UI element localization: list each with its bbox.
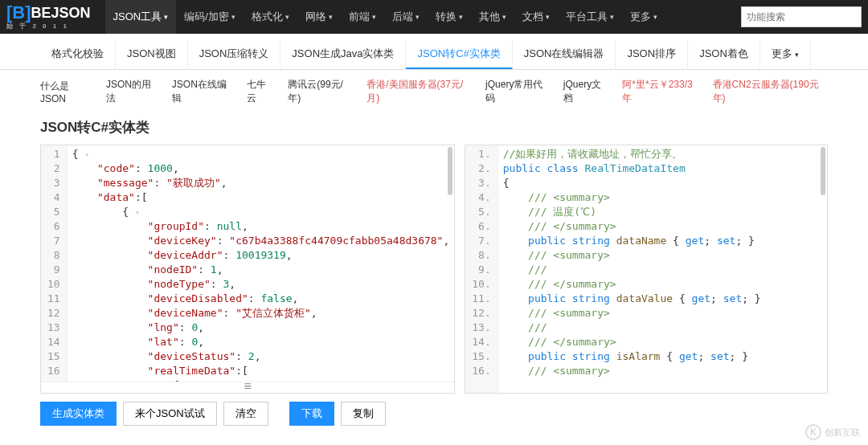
code-line: "deviceAddr": 10019319, xyxy=(72,248,450,263)
nav-item-10[interactable]: 更多▾ xyxy=(622,0,665,34)
caret-down-icon: ▾ xyxy=(610,13,614,21)
code-line: "realTimeData":[ xyxy=(72,364,450,378)
watermark-icon: K xyxy=(805,424,821,434)
line-number: 16. xyxy=(472,364,490,378)
link-2[interactable]: JSON在线编辑 xyxy=(172,78,235,105)
nav-item-7[interactable]: 其他▾ xyxy=(471,0,514,34)
nav-item-2[interactable]: 格式化▾ xyxy=(244,0,297,34)
nav-item-4[interactable]: 前端▾ xyxy=(341,0,384,34)
caret-down-icon: ▾ xyxy=(372,13,376,21)
link-7[interactable]: jQuery文档 xyxy=(563,78,610,105)
line-number: 15. xyxy=(472,349,490,364)
nav-item-6[interactable]: 转换▾ xyxy=(428,0,471,34)
nav-item-5[interactable]: 后端▾ xyxy=(384,0,428,34)
code-line: "deviceStatus": 2, xyxy=(72,349,450,364)
sub-tab-3[interactable]: JSON生成Java实体类 xyxy=(280,40,406,69)
line-number: 6 xyxy=(47,219,60,234)
logo-text: BEJSON xyxy=(31,6,91,20)
code-line: /// 温度(℃) xyxy=(503,205,761,219)
link-row: 什么是JSONJSON的用法JSON在线编辑七牛云腾讯云(99元/年)香港/美国… xyxy=(0,70,868,113)
sub-tab-1[interactable]: JSON视图 xyxy=(116,40,188,69)
line-number: 10 xyxy=(47,277,60,292)
search-input[interactable] xyxy=(741,6,862,27)
nav-item-3[interactable]: 网络▾ xyxy=(297,0,341,34)
code-line: { ▾ xyxy=(72,147,450,161)
code-line: /// xyxy=(503,320,761,335)
action-button-3[interactable]: 下载 xyxy=(289,402,334,426)
sub-tab-8[interactable]: 更多▾ xyxy=(760,40,811,69)
nav-item-0[interactable]: JSON工具▾ xyxy=(105,0,177,34)
editor-panels: 1234567891011121314151617 { ▾ "code": 10… xyxy=(0,145,868,394)
code-line: "deviceName": "艾信立体货柜", xyxy=(72,306,450,320)
line-number: 9. xyxy=(472,263,490,277)
line-number: 10. xyxy=(472,277,490,292)
logo-icon: [B] xyxy=(6,4,31,22)
line-number: 7 xyxy=(47,234,60,248)
line-number: 8 xyxy=(47,248,60,263)
link-6[interactable]: jQuery常用代码 xyxy=(485,78,551,105)
line-number: 7. xyxy=(472,234,490,248)
json-editor[interactable]: 1234567891011121314151617 { ▾ "code": 10… xyxy=(41,145,454,382)
sub-tab-4[interactable]: JSON转C#实体类 xyxy=(406,40,512,69)
action-button-4[interactable]: 复制 xyxy=(341,402,386,426)
line-number: 4 xyxy=(47,190,60,205)
sub-tab-bar: 格式化校验JSON视图JSON压缩转义JSON生成Java实体类JSON转C#实… xyxy=(0,34,868,70)
sub-tab-6[interactable]: JSON排序 xyxy=(616,40,688,69)
line-number: 12. xyxy=(472,306,490,320)
caret-down-icon: ▾ xyxy=(164,13,168,21)
sub-tab-5[interactable]: JSON在线编辑器 xyxy=(513,40,616,69)
action-button-2[interactable]: 清空 xyxy=(223,402,268,426)
caret-down-icon: ▾ xyxy=(329,13,333,21)
line-number: 15 xyxy=(47,349,60,364)
scrollbar-vertical[interactable] xyxy=(821,147,825,195)
code-line: "nodeType": 3, xyxy=(72,277,450,292)
code-line: public string dataName { get; set; } xyxy=(503,234,761,248)
line-number: 3 xyxy=(47,176,60,190)
action-button-0[interactable]: 生成实体类 xyxy=(40,402,117,426)
caret-down-icon: ▾ xyxy=(285,13,289,21)
nav-item-8[interactable]: 文档▾ xyxy=(514,0,558,34)
link-8[interactable]: 阿*里*云￥233/3年 xyxy=(622,78,699,105)
code-line: "message": "获取成功", xyxy=(72,176,450,190)
sub-tab-7[interactable]: JSON着色 xyxy=(688,40,760,69)
code-line: "deviceDisabled": false, xyxy=(72,292,450,306)
code-line: /// <summary> xyxy=(503,306,761,320)
link-0[interactable]: 什么是JSON xyxy=(40,80,93,104)
code-line: "data":[ xyxy=(72,190,450,205)
caret-down-icon: ▾ xyxy=(546,13,550,21)
code-line: public string dataValue { get; set; } xyxy=(503,292,761,306)
link-3[interactable]: 七牛云 xyxy=(247,78,275,105)
code-line: /// <summary> xyxy=(503,248,761,263)
action-button-1[interactable]: 来个JSON试试 xyxy=(123,402,217,426)
nav-item-1[interactable]: 编码/加密▾ xyxy=(176,0,244,34)
sub-tab-2[interactable]: JSON压缩转义 xyxy=(188,40,281,69)
code-line: public string isAlarm { get; set; } xyxy=(503,349,761,364)
nav-item-9[interactable]: 平台工具▾ xyxy=(558,0,622,34)
sub-tab-0[interactable]: 格式化校验 xyxy=(40,40,116,69)
line-number: 11 xyxy=(47,292,60,306)
caret-down-icon: ▾ xyxy=(795,51,799,59)
code-line: "deviceKey": "c67b4a3388fc44709cfabb05a4… xyxy=(72,234,450,248)
link-5[interactable]: 香港/美国服务器(37元/月) xyxy=(366,78,473,105)
link-9[interactable]: 香港CN2云服务器(190元年) xyxy=(713,78,828,105)
line-number: 5 xyxy=(47,205,60,219)
link-1[interactable]: JSON的用法 xyxy=(106,78,159,105)
csharp-output-panel: 1.2.3.4.5.6.7.8.9.10.11.12.13.14.15.16. … xyxy=(465,145,828,394)
line-number: 11. xyxy=(472,292,490,306)
line-number: 13 xyxy=(47,320,60,335)
line-number: 14. xyxy=(472,335,490,349)
search-box xyxy=(741,6,862,27)
csharp-viewer[interactable]: 1.2.3.4.5.6.7.8.9.10.11.12.13.14.15.16. … xyxy=(465,145,827,393)
line-number: 6. xyxy=(472,219,490,234)
code-line: public class RealTimeDataItem xyxy=(503,161,761,176)
code-line: /// xyxy=(503,263,761,277)
logo[interactable]: [B]BEJSON 始 于 2 0 1 1 xyxy=(6,4,91,30)
scrollbar-vertical[interactable] xyxy=(448,147,452,195)
resize-handle[interactable]: ≡ xyxy=(41,382,454,393)
code-line: "code": 1000, xyxy=(72,161,450,176)
link-4[interactable]: 腾讯云(99元/年) xyxy=(288,78,354,105)
line-number: 9 xyxy=(47,263,60,277)
code-line: { ▾ xyxy=(72,205,450,219)
line-number: 1. xyxy=(472,147,490,161)
code-line: /// <summary> xyxy=(503,190,761,205)
